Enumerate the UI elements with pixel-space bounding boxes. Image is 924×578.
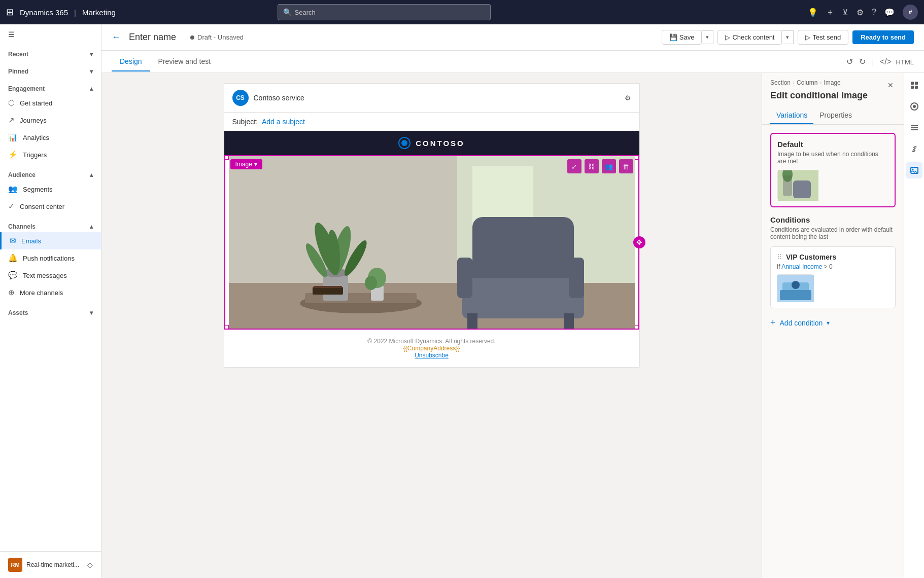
assets-header[interactable]: Assets ▾ [0,305,101,318]
search-input[interactable] [295,9,485,16]
tab-preview[interactable]: Preview and test [150,52,219,71]
vip-thumb-svg [777,275,814,302]
breadcrumb-image: Image [824,79,840,86]
sidebar-item-get-started[interactable]: ⬡ Get started [0,94,101,112]
svg-rect-17 [462,278,584,318]
check-content-button[interactable]: ▷ Check content [717,30,782,45]
add-condition-button[interactable]: + Add condition ▾ [770,313,896,332]
assets-section: Assets ▾ [0,303,101,320]
assets-label: Assets [8,309,28,316]
search-box[interactable]: 🔍 [278,4,491,20]
sidebar-menu-toggle[interactable]: ☰ [0,24,101,45]
vip-image-thumbnail[interactable] [777,274,813,302]
panel-icon-add[interactable] [906,77,922,93]
resize-handle-br[interactable] [635,325,639,329]
test-icon: ▷ [805,33,810,41]
breadcrumb-section[interactable]: Section [770,79,791,86]
lightbulb-icon[interactable]: 💡 [808,8,818,17]
sidebar-item-text[interactable]: 💬 Text messages [0,267,101,284]
sidebar-item-consent[interactable]: ✓ Consent center [0,198,101,215]
default-variation-card[interactable]: Default Image to be used when no conditi… [770,133,896,207]
gear-icon[interactable]: ⚙ [857,8,864,17]
sidebar-item-push[interactable]: 🔔 Push notifications [0,249,101,267]
audience-section: Audience ▴ 👥 Segments ✓ Consent center [0,165,101,217]
save-button[interactable]: 💾 Save [662,30,702,45]
sidebar-item-analytics[interactable]: 📊 Analytics [0,129,101,146]
image-people-button[interactable]: 👥 [602,159,616,173]
back-button[interactable]: ← [112,32,121,43]
check-dropdown-button[interactable]: ▾ [782,30,794,44]
resize-handle-tl[interactable] [225,156,229,160]
audience-label: Audience [8,171,36,178]
sidebar-item-segments[interactable]: 👥 Segments [0,180,101,198]
list-icon [910,123,919,132]
sidebar-bottom-org[interactable]: RM Real-time marketi... ◇ [0,551,101,578]
org-label: Real-time marketi... [26,561,79,568]
test-send-button[interactable]: ▷ Test send [798,30,848,45]
panel-icon-image[interactable] [906,162,922,178]
help-icon[interactable]: ? [872,8,876,17]
svg-rect-21 [569,258,584,298]
image-move-button[interactable]: ⤢ [567,159,581,173]
svg-rect-18 [467,313,477,329]
sidebar-item-emails[interactable]: ✉ Emails [0,232,101,249]
resize-handle-tr[interactable] [635,156,639,160]
sidebar-item-more-channels[interactable]: ⊕ More channels [0,284,101,301]
ready-to-send-button[interactable]: Ready to send [852,30,914,44]
tab-design[interactable]: Design [112,52,150,71]
check-group: ▷ Check content ▾ [717,30,794,45]
panel-icon-list[interactable] [906,120,922,136]
panel-icon-brand[interactable] [906,98,922,115]
unsubscribe-link[interactable]: Unsubscribe [232,352,631,359]
app-grid-icon[interactable]: ⊞ [6,7,14,18]
drag-grip-icon[interactable]: ⠿ [777,253,782,261]
redo-button[interactable]: ↻ [859,57,866,66]
analytics-icon: 📊 [8,133,18,142]
sidebar-item-journeys[interactable]: ↗ Journeys [0,112,101,129]
filter-icon[interactable]: ⊻ [842,8,848,17]
save-dropdown-button[interactable]: ▾ [702,30,713,44]
drag-handle[interactable]: ✥ [633,236,645,248]
main-content: ← Enter name Draft - Unsaved 💾 Save ▾ ▷ [101,24,924,578]
sidebar-item-label: Journeys [20,117,47,124]
copyright-text: © 2022 Microsoft Dynamics. All rights re… [232,338,631,345]
top-navbar: ⊞ Dynamics 365 | Marketing 🔍 💡 ＋ ⊻ ⚙ ? 💬… [0,0,924,24]
tab-variations[interactable]: Variations [770,107,813,124]
panel-close-button[interactable]: ✕ [885,79,896,91]
resize-handle-bl[interactable] [225,325,229,329]
sidebar-item-label: Push notifications [23,255,75,262]
vip-condition-card[interactable]: ⠿ VIP Customers If Annual Income > 0 [770,246,896,308]
sidebar-item-label: Segments [23,186,53,193]
breadcrumb-column[interactable]: Column [797,79,817,86]
panel-icon-link[interactable] [906,141,922,157]
nav-icons: 💡 ＋ ⊻ ⚙ ? 💬 # [808,5,918,20]
sidebar-item-label: Emails [21,237,41,245]
sidebar-item-label: Triggers [23,151,47,159]
contoso-brand: CONTOSO [416,139,465,148]
image-label-button[interactable]: Image ▾ [230,159,262,169]
tab-properties[interactable]: Properties [813,107,858,124]
chat-icon[interactable]: 💬 [884,8,895,17]
sub-tabs: Design Preview and test ↺ ↻ | </> HTML [101,51,924,73]
text-icon: 💬 [8,271,18,280]
user-avatar[interactable]: # [903,5,918,20]
engagement-header[interactable]: Engagement ▴ [0,81,101,94]
html-label: HTML [896,58,914,66]
image-link-button[interactable]: ⛓ [585,159,599,173]
recent-chevron-icon: ▾ [90,51,93,58]
plus-icon[interactable]: ＋ [826,7,834,18]
undo-button[interactable]: ↺ [846,57,853,66]
email-settings-icon[interactable]: ⚙ [625,94,631,102]
html-button[interactable]: </> HTML [880,57,914,66]
vip-condition-rule: If Annual Income > 0 [777,263,889,270]
sidebar-item-triggers[interactable]: ⚡ Triggers [0,146,101,163]
image-delete-button[interactable]: 🗑 [619,159,633,173]
recent-header[interactable]: Recent ▾ [0,47,101,60]
add-subject-link[interactable]: Add a subject [262,118,305,126]
email-image-block[interactable]: Image ▾ ⤢ ⛓ 👥 🗑 [224,155,639,330]
audience-header[interactable]: Audience ▴ [0,167,101,180]
app-module: Marketing [82,8,116,17]
channels-header[interactable]: Channels ▴ [0,219,101,232]
default-image-thumbnail[interactable] [777,170,818,200]
pinned-header[interactable]: Pinned ▾ [0,64,101,77]
